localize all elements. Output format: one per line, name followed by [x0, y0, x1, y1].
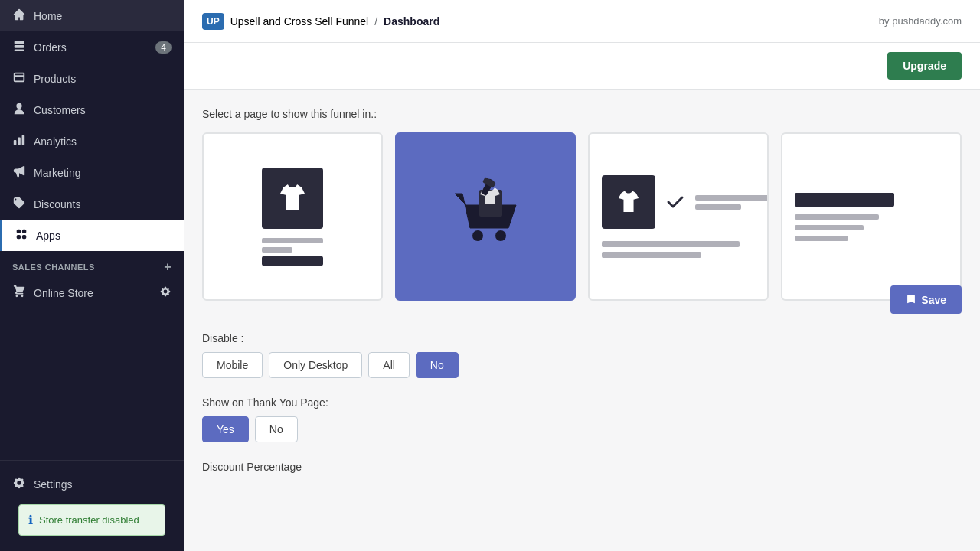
- disable-all-btn[interactable]: All: [368, 352, 410, 378]
- sidebar-item-orders[interactable]: Orders 4: [0, 31, 184, 63]
- marketing-icon: [12, 165, 26, 181]
- save-label: Save: [921, 294, 946, 306]
- disable-label: Disable :: [202, 332, 962, 344]
- orders-badge: 4: [155, 41, 172, 54]
- online-store-icon: [12, 285, 26, 301]
- cards-container: Save: [202, 132, 962, 314]
- disable-section: Disable : Mobile Only Desktop All No: [202, 332, 962, 378]
- thankyou-line-3: [795, 236, 848, 241]
- svg-point-1: [495, 230, 506, 241]
- settings-label: Settings: [34, 478, 73, 491]
- page-cards: [202, 132, 962, 301]
- thankyou-line-1: [795, 214, 879, 220]
- app-logo: UP: [202, 13, 224, 30]
- discount-percentage-label: Discount Percentage: [202, 461, 962, 473]
- sidebar-item-apps[interactable]: Apps: [0, 220, 184, 251]
- store-transfer-text: Store transfer disabled: [39, 514, 139, 526]
- order-line-1: [695, 195, 769, 201]
- upgrade-button[interactable]: Upgrade: [887, 52, 962, 80]
- disable-btn-group: Mobile Only Desktop All No: [202, 352, 962, 378]
- store-transfer-notice: ℹ Store transfer disabled: [18, 504, 165, 536]
- customers-icon: [12, 102, 26, 118]
- order-top: [602, 175, 769, 229]
- show-thankyou-yes-btn[interactable]: Yes: [202, 416, 249, 442]
- discounts-icon: [12, 196, 26, 212]
- sidebar-item-products[interactable]: Products: [0, 63, 184, 94]
- sales-channels-label: SALES CHANNELS: [12, 262, 95, 272]
- sales-channels-section: SALES CHANNELS +: [0, 251, 184, 277]
- show-thankyou-label: Show on Thank You Page:: [202, 396, 962, 409]
- product-page-icon: [262, 168, 323, 229]
- sidebar-item-marketing-label: Marketing: [34, 167, 80, 179]
- thankyou-line-2: [795, 225, 864, 230]
- by-text: by pushdaddy.com: [879, 15, 962, 27]
- sidebar-item-customers[interactable]: Customers: [0, 94, 184, 126]
- order-line-3: [602, 241, 740, 247]
- online-store-settings-icon[interactable]: [159, 285, 172, 300]
- product-card-lines: [262, 238, 323, 266]
- card-line-3: [262, 256, 323, 266]
- sidebar-item-orders-label: Orders: [34, 41, 67, 54]
- sidebar-nav: Home Orders 4 Products Customers: [0, 0, 184, 460]
- card-order-inner: [590, 163, 767, 270]
- settings-icon: [12, 476, 26, 492]
- breadcrumb-separator: /: [374, 15, 377, 28]
- select-page-label: Select a page to show this funnel in.:: [202, 108, 962, 120]
- sidebar-item-analytics[interactable]: Analytics: [0, 126, 184, 157]
- discount-percentage-section: Discount Percentage: [202, 461, 962, 473]
- order-line-4: [602, 252, 701, 258]
- upgrade-bar: Upgrade: [184, 43, 980, 90]
- products-icon: [12, 70, 26, 86]
- add-sales-channel-icon[interactable]: +: [164, 260, 172, 274]
- sidebar-item-discounts[interactable]: Discounts: [0, 188, 184, 220]
- sidebar-item-products-label: Products: [34, 73, 76, 85]
- content-area: Upgrade Select a page to show this funne…: [184, 43, 980, 551]
- orders-icon: [12, 39, 26, 55]
- online-store-label: Online Store: [34, 287, 93, 299]
- save-button[interactable]: Save: [890, 285, 962, 314]
- card-cart-page[interactable]: [395, 132, 576, 301]
- sidebar-bottom: Settings ℹ Store transfer disabled: [0, 460, 184, 551]
- save-btn-wrap: Save: [202, 285, 962, 314]
- card-thank-you[interactable]: [781, 132, 962, 301]
- card-thankyou-inner: [782, 181, 960, 253]
- topbar: UP Upsell and Cross Sell Funnel / Dashbo…: [184, 0, 980, 43]
- show-thankyou-no-btn[interactable]: No: [255, 416, 298, 442]
- show-thankyou-section: Show on Thank You Page: Yes No: [202, 396, 962, 442]
- disable-mobile-btn[interactable]: Mobile: [202, 352, 263, 378]
- svg-point-0: [472, 230, 483, 241]
- apps-icon: [15, 227, 28, 243]
- sidebar-item-online-store[interactable]: Online Store: [0, 277, 184, 308]
- sidebar-item-customers-label: Customers: [34, 104, 86, 116]
- sidebar-item-home[interactable]: Home: [0, 0, 184, 31]
- card-line-2: [262, 247, 292, 253]
- info-icon: ℹ: [28, 513, 33, 527]
- main-content: UP Upsell and Cross Sell Funnel / Dashbo…: [184, 0, 980, 551]
- page-title: Dashboard: [384, 15, 439, 28]
- card-product-inner: [204, 134, 381, 299]
- app-name: Upsell and Cross Sell Funnel: [230, 15, 369, 28]
- disable-no-btn[interactable]: No: [416, 352, 459, 378]
- sidebar-item-apps-label: Apps: [36, 230, 60, 242]
- sidebar-item-analytics-label: Analytics: [34, 135, 77, 148]
- card-product-page[interactable]: [202, 132, 383, 301]
- thankyou-header: [795, 193, 894, 207]
- show-thankyou-btn-group: Yes No: [202, 416, 962, 442]
- disable-desktop-btn[interactable]: Only Desktop: [269, 352, 362, 378]
- sidebar-item-discounts-label: Discounts: [34, 198, 80, 210]
- order-line-2: [695, 204, 741, 210]
- sidebar-item-marketing[interactable]: Marketing: [0, 157, 184, 188]
- thankyou-lines: [795, 214, 948, 241]
- order-lines: [695, 195, 769, 210]
- content-inner: Select a page to show this funnel in.:: [184, 90, 980, 510]
- analytics-icon: [12, 133, 26, 149]
- sidebar-item-settings[interactable]: Settings: [12, 470, 172, 498]
- order-shirt-icon: [602, 175, 655, 229]
- save-icon: [906, 293, 916, 306]
- home-icon: [12, 8, 26, 24]
- card-line-1: [262, 238, 323, 243]
- sidebar-item-home-label: Home: [34, 10, 62, 22]
- card-order-confirmation[interactable]: [588, 132, 769, 301]
- sidebar: Home Orders 4 Products Customers: [0, 0, 184, 551]
- breadcrumb: UP Upsell and Cross Sell Funnel / Dashbo…: [202, 13, 439, 30]
